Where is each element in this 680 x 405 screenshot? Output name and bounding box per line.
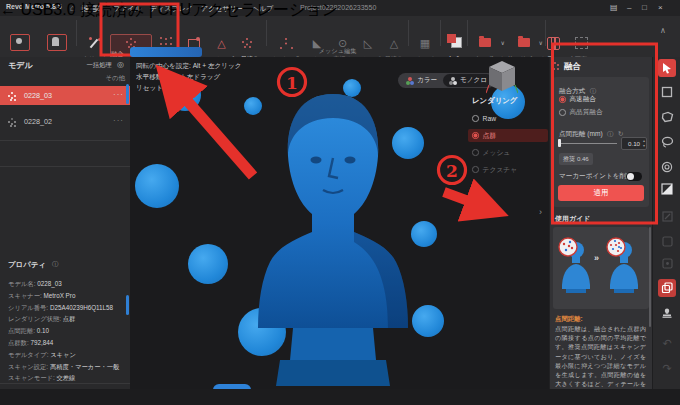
blue-progress-bar [130, 47, 202, 57]
annotation-arrow-2 [444, 192, 490, 209]
annotation-number-1: 1 [286, 73, 298, 93]
annotation-rect-fusion-panel [553, 44, 657, 223]
annotation-overlay: 1 2 [0, 0, 680, 405]
annotation-number-2: 2 [446, 161, 458, 181]
annotation-arrow-1 [170, 81, 253, 176]
